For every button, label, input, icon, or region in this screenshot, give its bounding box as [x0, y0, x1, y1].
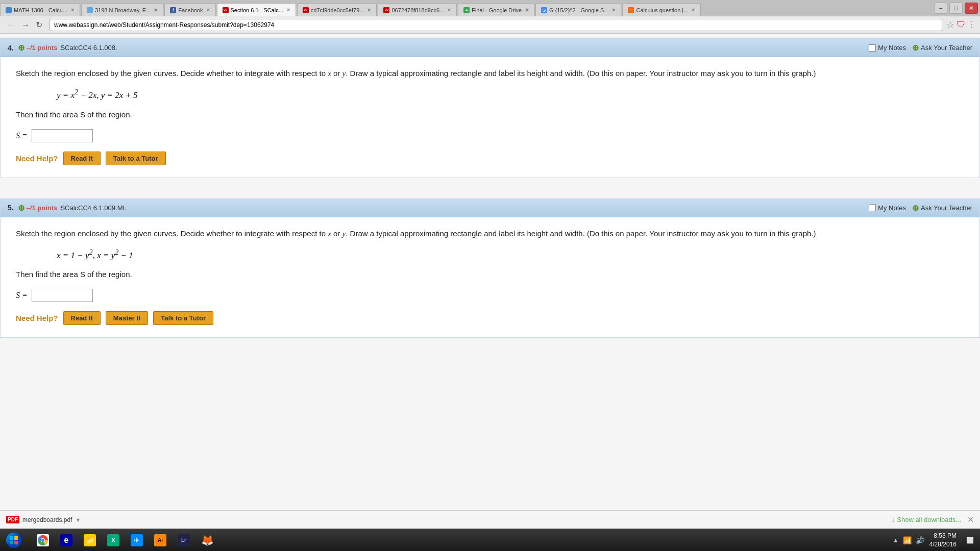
question-5-answer-row: S =	[16, 289, 964, 302]
question-4-add-icon: ⊕	[18, 43, 24, 53]
question-5-problem-id: SCalcCC4 6.1.009.MI.	[60, 204, 126, 212]
tab-icon-gdrive: ▲	[463, 7, 470, 13]
question-4-answer-input[interactable]	[32, 129, 93, 142]
volume-icon[interactable]: 🔊	[916, 536, 924, 544]
refresh-button[interactable]: ↻	[33, 19, 45, 31]
tab-close-3198[interactable]: ✕	[154, 7, 158, 13]
tab-close-math[interactable]: ✕	[70, 7, 75, 13]
tab-close-cd7cf[interactable]: ✕	[367, 7, 371, 13]
chrome-icon	[37, 534, 49, 546]
taskbar-explorer[interactable]: 📁	[79, 531, 101, 550]
tab-3198[interactable]: 3198 N Broadway, E... ✕	[81, 3, 163, 16]
tray-arrow-icon[interactable]: ▲	[893, 537, 899, 544]
taskbar-send[interactable]: ✈	[126, 531, 148, 550]
tab-close-gdrive[interactable]: ✕	[525, 7, 529, 13]
question-5-formula: x = 1 − y2, x = y2 − 1	[57, 248, 964, 261]
question-5-help-row: Need Help? Read It Master It Talk to a T…	[16, 311, 964, 325]
taskbar-ie[interactable]: e	[55, 531, 78, 550]
question-5-text: Sketch the region enclosed by the given …	[16, 228, 964, 240]
tab-icon-math	[6, 7, 12, 13]
question-5-my-notes[interactable]: My Notes	[869, 204, 906, 212]
tab-icon-wa1: W	[223, 7, 229, 13]
tab-math1300[interactable]: MATH 1300 - Calcu... ✕	[0, 3, 80, 16]
question-4-my-notes[interactable]: My Notes	[869, 44, 906, 52]
tab-google-search[interactable]: G G (15/2)^2 - Google S... ✕	[535, 3, 621, 16]
svg-rect-2	[10, 541, 13, 544]
settings-icon[interactable]: ⋮	[968, 19, 976, 31]
question-4-my-notes-label: My Notes	[878, 44, 906, 52]
ie-icon: e	[60, 534, 72, 546]
tab-close-0672[interactable]: ✕	[447, 7, 451, 13]
svg-rect-3	[14, 541, 18, 544]
illustrator-icon: Ai	[154, 534, 166, 546]
taskbar-chrome[interactable]	[32, 531, 54, 550]
tab-close-gsearch[interactable]: ✕	[611, 7, 616, 13]
question-5-ask-teacher[interactable]: ⊕ Ask Your Teacher	[912, 203, 972, 213]
taskbar-illustrator[interactable]: Ai	[149, 531, 172, 550]
download-bar-close[interactable]: ✕	[967, 515, 974, 524]
question-4-header: 4. ⊕ –/1 points SCalcCC4 6.1.008. My Not…	[1, 39, 979, 57]
show-downloads-link[interactable]: ↓ Show all downloads...	[892, 516, 961, 523]
question-5-body: Sketch the region enclosed by the given …	[1, 217, 979, 338]
question-4-talk-tutor-button[interactable]: Talk to a Tutor	[106, 152, 166, 165]
tab-google-drive[interactable]: ▲ Final - Google Drive ✕	[458, 3, 534, 16]
tab-cd7cf[interactable]: W cd7cf9dde0cc5ef79... ✕	[297, 3, 377, 16]
taskbar: e 📁 X ✈ Ai Lr 🦊 ▲ 📶 🔊	[0, 529, 980, 551]
minimize-button[interactable]: −	[934, 3, 947, 14]
tab-facebook[interactable]: f Facebook ✕	[164, 3, 215, 16]
pdf-icon: PDF	[6, 516, 19, 523]
maximize-button[interactable]: □	[949, 3, 963, 14]
tab-bar: MATH 1300 - Calcu... ✕ 3198 N Broadway, …	[0, 0, 980, 16]
question-4-help-row: Need Help? Read It Talk to a Tutor	[16, 152, 964, 165]
download-item-pdf: PDF mergedboards.pdf ▼	[6, 516, 81, 523]
nav-bar: ← → ↻ ☆ 🛡 ⋮	[0, 16, 980, 34]
question-5-master-it-button[interactable]: Master It	[106, 311, 148, 325]
tab-calc-question[interactable]: C Calculus question |... ✕	[622, 3, 701, 16]
question-4-ask-teacher[interactable]: ⊕ Ask Your Teacher	[912, 43, 972, 53]
question-4-read-it-button[interactable]: Read It	[63, 152, 101, 165]
taskbar-lightroom[interactable]: Lr	[173, 531, 195, 550]
close-button[interactable]: ✕	[965, 3, 978, 14]
tab-section61[interactable]: W Section 6.1 - SCalc... ✕	[217, 3, 296, 16]
windows-logo	[6, 533, 21, 548]
send-icon: ✈	[131, 534, 143, 546]
question-spacer	[0, 188, 980, 198]
question-4-ask-icon: ⊕	[912, 43, 919, 53]
tab-icon-wa3: W	[383, 7, 389, 13]
back-button[interactable]: ←	[4, 19, 18, 31]
tab-close-section61[interactable]: ✕	[286, 7, 290, 13]
taskbar-excel[interactable]: X	[102, 531, 125, 550]
taskbar-right: ▲ 📶 🔊 8:53 PM 4/28/2016 ⬜	[887, 532, 980, 549]
question-5-points: –/1 points	[27, 204, 58, 212]
tab-close-calc[interactable]: ✕	[691, 7, 695, 13]
question-5-notes-checkbox[interactable]	[869, 204, 876, 211]
show-desktop-icon[interactable]: ⬜	[962, 537, 974, 544]
question-4-ask-teacher-label: Ask Your Teacher	[921, 44, 972, 52]
question-5-answer-input[interactable]	[32, 289, 93, 302]
taskbar-firefox[interactable]: 🦊	[196, 531, 218, 550]
tab-0672[interactable]: W 0672478f818d9cc6... ✕	[378, 3, 457, 16]
question-5-header: 5. ⊕ –/1 points SCalcCC4 6.1.009.MI. My …	[1, 199, 979, 217]
question-5-block: 5. ⊕ –/1 points SCalcCC4 6.1.009.MI. My …	[0, 198, 980, 338]
question-4-block: 4. ⊕ –/1 points SCalcCC4 6.1.008. My Not…	[0, 38, 980, 178]
question-5-read-it-button[interactable]: Read It	[63, 311, 101, 325]
system-clock: 8:53 PM 4/28/2016	[929, 532, 957, 549]
question-4-notes-checkbox[interactable]	[869, 44, 876, 52]
tab-close-fb[interactable]: ✕	[206, 7, 210, 13]
star-icon[interactable]: ☆	[946, 19, 954, 31]
forward-button[interactable]: →	[18, 19, 33, 31]
question-5-number: 5.	[8, 204, 14, 212]
lightroom-icon: Lr	[178, 534, 190, 546]
svg-point-6	[41, 539, 44, 542]
question-5-my-notes-label: My Notes	[878, 204, 906, 212]
address-bar[interactable]	[50, 19, 942, 31]
question-5-area-text: Then find the area S of the region.	[16, 268, 964, 281]
start-button[interactable]	[0, 529, 28, 551]
svg-rect-1	[14, 536, 18, 540]
question-4-header-right: My Notes ⊕ Ask Your Teacher	[869, 43, 972, 53]
clock-time: 8:53 PM	[929, 532, 957, 540]
question-5-talk-tutor-button[interactable]: Talk to a Tutor	[153, 311, 213, 325]
network-icon: 📶	[903, 536, 912, 544]
question-5-ask-icon: ⊕	[912, 203, 919, 213]
svg-rect-0	[10, 536, 13, 540]
